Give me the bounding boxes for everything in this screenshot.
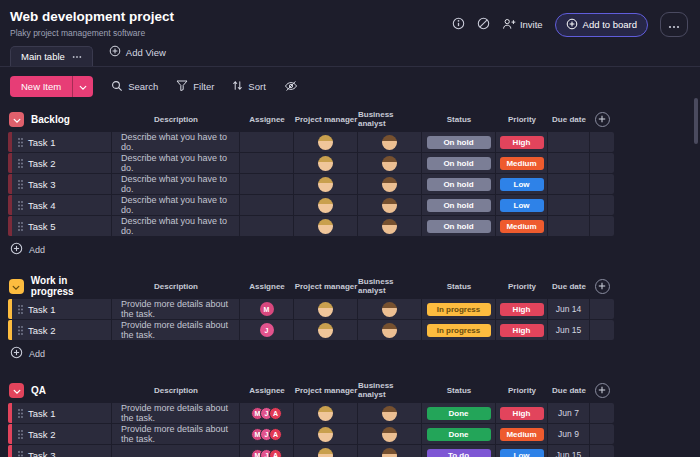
- drag-handle-icon[interactable]: [18, 430, 23, 439]
- assignee-cell[interactable]: MJA: [240, 445, 294, 457]
- collapse-group-button[interactable]: [9, 112, 24, 127]
- drag-handle-icon[interactable]: [18, 305, 23, 314]
- priority-pill[interactable]: High: [500, 324, 544, 337]
- status-cell[interactable]: Done: [422, 424, 496, 444]
- business-analyst-avatar[interactable]: [382, 156, 397, 171]
- assignee-cell[interactable]: [240, 174, 294, 194]
- status-pill[interactable]: On hold: [427, 199, 491, 212]
- priority-pill[interactable]: Medium: [500, 220, 544, 233]
- status-cell[interactable]: On hold: [422, 195, 496, 215]
- status-cell[interactable]: On hold: [422, 216, 496, 236]
- description-cell[interactable]: Provide more details about the task.: [112, 320, 240, 340]
- project-manager-avatar[interactable]: [318, 135, 333, 150]
- assignee-cell[interactable]: MJA: [240, 424, 294, 444]
- priority-cell[interactable]: High: [496, 299, 548, 319]
- column-header-business-analyst[interactable]: Business analyst: [358, 277, 422, 295]
- priority-pill[interactable]: High: [500, 407, 544, 420]
- assignee-cell[interactable]: [240, 216, 294, 236]
- column-header-description[interactable]: Description: [112, 386, 240, 395]
- status-cell[interactable]: To do: [422, 445, 496, 457]
- column-header-business-analyst[interactable]: Business analyst: [358, 381, 422, 399]
- business-analyst-cell[interactable]: [358, 153, 422, 173]
- drag-handle-icon[interactable]: [18, 222, 23, 231]
- due-date-cell[interactable]: Jun 15: [548, 320, 590, 340]
- new-item-button[interactable]: New Item: [10, 76, 72, 97]
- task-name[interactable]: Task 5: [28, 221, 55, 232]
- project-manager-cell[interactable]: [294, 195, 358, 215]
- add-column-button[interactable]: [595, 112, 610, 127]
- vertical-scrollbar[interactable]: [694, 98, 698, 144]
- project-manager-cell[interactable]: [294, 445, 358, 457]
- project-manager-cell[interactable]: [294, 174, 358, 194]
- column-header-assignee[interactable]: Assignee: [240, 282, 294, 291]
- column-header-description[interactable]: Description: [112, 282, 240, 291]
- column-header-status[interactable]: Status: [422, 115, 496, 124]
- business-analyst-avatar[interactable]: [382, 406, 397, 421]
- task-name[interactable]: Task 3: [28, 450, 55, 457]
- project-manager-avatar[interactable]: [318, 198, 333, 213]
- project-manager-avatar[interactable]: [318, 177, 333, 192]
- priority-pill[interactable]: Low: [500, 199, 544, 212]
- collapse-group-button[interactable]: [9, 383, 24, 398]
- assignee-cell[interactable]: [240, 153, 294, 173]
- group-name[interactable]: QA: [31, 385, 46, 396]
- project-manager-avatar[interactable]: [318, 406, 333, 421]
- due-date-cell[interactable]: Jun 9: [548, 424, 590, 444]
- status-pill[interactable]: To do: [427, 449, 491, 457]
- description-cell[interactable]: Describe what you have to do.: [112, 216, 240, 236]
- status-pill[interactable]: Done: [427, 407, 491, 420]
- status-pill[interactable]: On hold: [427, 178, 491, 191]
- status-pill[interactable]: On hold: [427, 136, 491, 149]
- priority-pill[interactable]: High: [500, 136, 544, 149]
- assignee-avatar[interactable]: A: [269, 428, 282, 441]
- invite-button[interactable]: Invite: [502, 18, 543, 32]
- column-header-priority[interactable]: Priority: [496, 115, 548, 124]
- project-manager-cell[interactable]: [294, 403, 358, 423]
- assignee-avatar[interactable]: A: [269, 407, 282, 420]
- column-header-status[interactable]: Status: [422, 282, 496, 291]
- column-header-project-manager[interactable]: Project manager: [294, 386, 358, 395]
- description-cell[interactable]: Describe what you have to do.: [112, 153, 240, 173]
- board-info-button[interactable]: [452, 17, 465, 33]
- task-name[interactable]: Task 2: [28, 158, 55, 169]
- assignee-cell[interactable]: J: [240, 320, 294, 340]
- priority-cell[interactable]: Medium: [496, 216, 548, 236]
- drag-handle-icon[interactable]: [18, 138, 23, 147]
- add-view-button[interactable]: Add View: [109, 45, 166, 66]
- priority-pill[interactable]: Low: [500, 449, 544, 457]
- project-manager-cell[interactable]: [294, 320, 358, 340]
- sort-button[interactable]: Sort: [232, 80, 265, 93]
- assignee-cell[interactable]: MJA: [240, 403, 294, 423]
- drag-handle-icon[interactable]: [18, 159, 23, 168]
- business-analyst-avatar[interactable]: [382, 302, 397, 317]
- business-analyst-cell[interactable]: [358, 424, 422, 444]
- column-header-description[interactable]: Description: [112, 115, 240, 124]
- business-analyst-avatar[interactable]: [382, 448, 397, 457]
- add-task-button[interactable]: Add: [8, 236, 45, 261]
- description-cell[interactable]: Provide more details about the task.: [112, 299, 240, 319]
- project-manager-avatar[interactable]: [318, 302, 333, 317]
- business-analyst-cell[interactable]: [358, 174, 422, 194]
- priority-cell[interactable]: High: [496, 320, 548, 340]
- task-name[interactable]: Task 3: [28, 179, 55, 190]
- business-analyst-avatar[interactable]: [382, 135, 397, 150]
- business-analyst-avatar[interactable]: [382, 219, 397, 234]
- business-analyst-cell[interactable]: [358, 195, 422, 215]
- status-pill[interactable]: In progress: [427, 324, 491, 337]
- assignee-cell[interactable]: [240, 132, 294, 152]
- assignee-avatar[interactable]: J: [260, 323, 274, 337]
- project-manager-avatar[interactable]: [318, 448, 333, 457]
- project-manager-avatar[interactable]: [318, 427, 333, 442]
- column-header-priority[interactable]: Priority: [496, 386, 548, 395]
- drag-handle-icon[interactable]: [18, 201, 23, 210]
- business-analyst-avatar[interactable]: [382, 177, 397, 192]
- business-analyst-cell[interactable]: [358, 132, 422, 152]
- add-to-board-button[interactable]: Add to board: [555, 13, 648, 37]
- status-cell[interactable]: In progress: [422, 299, 496, 319]
- project-manager-avatar[interactable]: [318, 219, 333, 234]
- hide-columns-button[interactable]: [284, 80, 298, 94]
- description-cell[interactable]: Provide more details about the task.: [112, 424, 240, 444]
- status-pill[interactable]: Done: [427, 428, 491, 441]
- column-header-assignee[interactable]: Assignee: [240, 115, 294, 124]
- drag-handle-icon[interactable]: [18, 326, 23, 335]
